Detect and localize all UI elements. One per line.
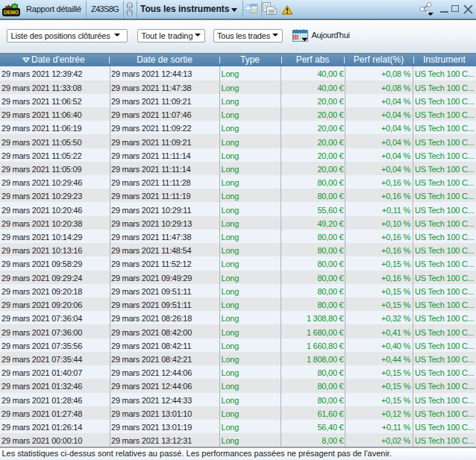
svg-text:DEMO: DEMO [4,9,19,16]
